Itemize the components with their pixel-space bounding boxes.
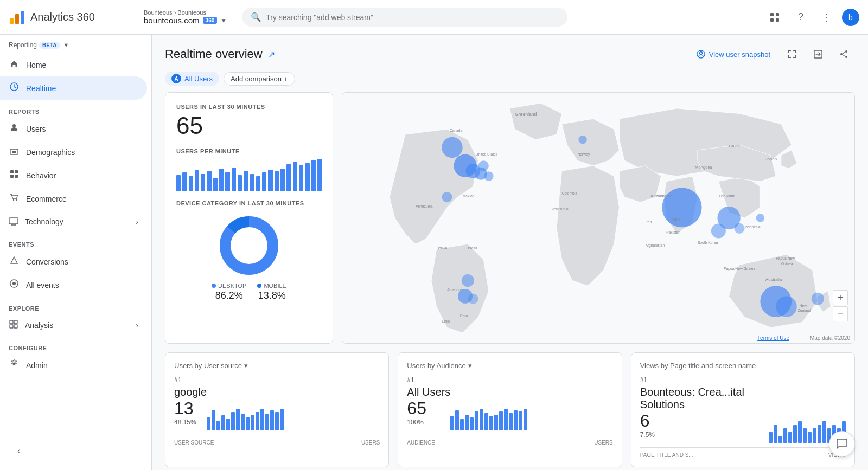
page-title-link-icon[interactable]: ↗ bbox=[268, 49, 275, 60]
svg-point-15 bbox=[13, 199, 14, 201]
all-users-chip[interactable]: A All Users bbox=[165, 72, 219, 86]
topbar-actions: View user snapshot bbox=[690, 43, 855, 65]
view-snapshot-button[interactable]: View user snapshot bbox=[690, 46, 777, 62]
search-input[interactable] bbox=[266, 13, 559, 22]
svg-text:Guinea: Guinea bbox=[781, 262, 793, 266]
svg-point-8 bbox=[12, 124, 16, 127]
search-area: 🔍 bbox=[242, 8, 567, 27]
mini-bar bbox=[241, 414, 245, 430]
sidebar-item-admin[interactable]: Admin bbox=[0, 353, 147, 377]
property-name-row: bounteous.com 360 ▼ bbox=[144, 16, 227, 25]
svg-text:Norway: Norway bbox=[578, 152, 590, 157]
mini-bar bbox=[231, 412, 235, 430]
property-selector[interactable]: Bounteous › Bounteous bounteous.com 360 … bbox=[135, 9, 235, 25]
svg-text:South Korea: South Korea bbox=[698, 241, 718, 244]
world-map[interactable]: Greenland Kazakhstan Mongolia China Japa… bbox=[342, 93, 854, 343]
stats-card: USERS IN LAST 30 MINUTES 65 USERS PER MI… bbox=[165, 92, 333, 344]
app-title: Analytics 360 bbox=[30, 11, 95, 23]
bar bbox=[256, 176, 260, 191]
mini-bar bbox=[246, 417, 250, 430]
svg-text:United States: United States bbox=[476, 152, 498, 156]
sidebar-item-ecommerce-label: Ecommerce bbox=[26, 195, 67, 203]
sidebar-item-realtime-label: Realtime bbox=[26, 84, 56, 93]
audience-dropdown-icon[interactable]: ▾ bbox=[468, 362, 472, 370]
audience-pct: 100% bbox=[407, 419, 450, 426]
sidebar-item-realtime[interactable]: Realtime bbox=[0, 76, 147, 100]
share-button[interactable] bbox=[833, 43, 855, 65]
mini-bar bbox=[494, 415, 498, 430]
property-dropdown-icon[interactable]: ▼ bbox=[220, 17, 227, 24]
svg-text:Mongolia: Mongolia bbox=[695, 165, 712, 170]
stats-map-row: USERS IN LAST 30 MINUTES 65 USERS PER MI… bbox=[152, 92, 868, 352]
svg-text:Mexico: Mexico bbox=[463, 194, 475, 198]
svg-text:Argentina: Argentina bbox=[447, 288, 463, 292]
svg-point-45 bbox=[462, 274, 474, 287]
mini-bar bbox=[778, 436, 782, 443]
header: Analytics 360 Bounteous › Bounteous boun… bbox=[0, 0, 868, 35]
svg-text:Venezuela: Venezuela bbox=[416, 204, 433, 208]
page-title-col-labels: PAGE TITLE AND S... VIEWS bbox=[640, 447, 846, 458]
analysis-icon bbox=[9, 319, 18, 331]
more-button[interactable]: ⋮ bbox=[816, 7, 838, 28]
donut-container: DESKTOP 86.2% MOBILE 13.8% bbox=[176, 213, 322, 301]
expand-button[interactable] bbox=[781, 43, 803, 65]
bottom-card-user-source: Users by User source ▾ #1 google 13 48.1… bbox=[165, 352, 389, 467]
svg-point-29 bbox=[845, 50, 847, 53]
svg-point-44 bbox=[442, 192, 452, 202]
user-source-value: 13 bbox=[174, 398, 207, 419]
sidebar-item-ecommerce[interactable]: Ecommerce bbox=[0, 187, 147, 210]
reporting-label: Reporting BETA ▼ bbox=[0, 35, 151, 53]
sidebar-item-analysis[interactable]: Analysis › bbox=[0, 314, 147, 336]
sidebar-item-behavior[interactable]: Behavior bbox=[0, 164, 147, 187]
expand-icon: › bbox=[136, 217, 138, 226]
add-comparison-button[interactable]: Add comparison + bbox=[224, 72, 295, 86]
mini-bar bbox=[455, 410, 459, 430]
sidebar-item-technology[interactable]: Technology › bbox=[0, 210, 147, 233]
svg-point-54 bbox=[734, 223, 744, 234]
mini-bar bbox=[207, 417, 210, 430]
svg-text:Papua New Guinea: Papua New Guinea bbox=[724, 267, 756, 271]
export-button[interactable] bbox=[807, 43, 829, 65]
sidebar-item-users[interactable]: Users bbox=[0, 117, 147, 140]
mini-bar bbox=[774, 425, 777, 443]
zoom-out-button[interactable]: − bbox=[833, 306, 848, 321]
search-box[interactable]: 🔍 bbox=[242, 8, 567, 27]
bar bbox=[219, 169, 224, 191]
bar bbox=[262, 172, 266, 191]
mini-bar bbox=[216, 421, 220, 430]
map-terms-link[interactable]: Terms of Use bbox=[757, 335, 789, 341]
mini-bar bbox=[524, 409, 527, 430]
svg-point-49 bbox=[776, 296, 797, 317]
mini-bar bbox=[221, 415, 225, 430]
svg-point-30 bbox=[845, 56, 847, 58]
bar bbox=[286, 164, 291, 191]
mini-bar bbox=[788, 432, 792, 443]
search-icon: 🔍 bbox=[251, 12, 261, 22]
sidebar-item-home[interactable]: Home bbox=[0, 53, 147, 76]
explore-section-label: EXPLORE bbox=[0, 297, 151, 314]
user-source-title: Users by User source ▾ bbox=[174, 362, 380, 370]
page-title-rank: #1 bbox=[640, 376, 846, 384]
audience-rank: #1 bbox=[407, 376, 612, 384]
svg-rect-22 bbox=[14, 320, 17, 324]
mini-bar bbox=[514, 410, 518, 430]
zoom-in-button[interactable]: + bbox=[833, 290, 848, 305]
user-avatar[interactable]: b bbox=[842, 9, 859, 26]
reporting-dropdown-icon[interactable]: ▼ bbox=[63, 42, 69, 48]
svg-rect-10 bbox=[12, 151, 16, 153]
sidebar-item-all-events[interactable]: All events bbox=[0, 273, 147, 297]
apps-button[interactable] bbox=[764, 7, 786, 28]
breadcrumb: Bounteous › Bounteous bbox=[144, 9, 227, 16]
sidebar-item-conversions[interactable]: Conversions bbox=[0, 250, 147, 273]
bar bbox=[195, 170, 199, 191]
donut-chart bbox=[216, 213, 282, 278]
svg-point-53 bbox=[711, 224, 726, 239]
title-dropdown-icon[interactable]: ▾ bbox=[244, 362, 248, 370]
svg-text:China: China bbox=[729, 144, 741, 149]
help-button[interactable]: ? bbox=[790, 7, 812, 28]
sidebar-item-demographics[interactable]: Demographics bbox=[0, 140, 147, 164]
chat-fab-button[interactable] bbox=[829, 431, 855, 457]
topbar: Realtime overview ↗ View user snapshot bbox=[152, 35, 868, 69]
demographics-icon bbox=[9, 146, 20, 158]
sidebar-collapse-button[interactable]: ‹ bbox=[9, 441, 29, 461]
